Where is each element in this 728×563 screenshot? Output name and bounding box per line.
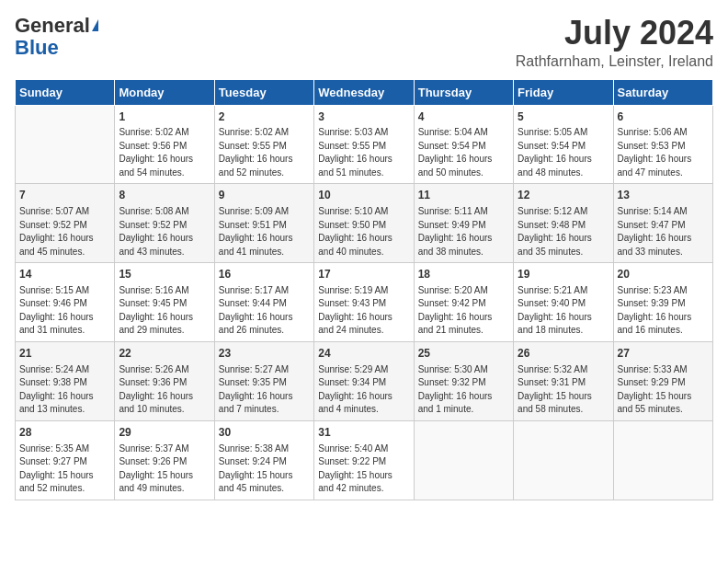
day-number: 18 xyxy=(418,267,509,282)
header-day-monday: Monday xyxy=(115,79,214,105)
calendar-cell: 3Sunrise: 5:03 AMSunset: 9:55 PMDaylight… xyxy=(314,105,414,184)
calendar-cell: 23Sunrise: 5:27 AMSunset: 9:35 PMDayligh… xyxy=(214,341,313,420)
day-number: 22 xyxy=(119,346,210,362)
calendar-cell: 25Sunrise: 5:30 AMSunset: 9:32 PMDayligh… xyxy=(414,341,513,420)
cell-content: Sunrise: 5:23 AMSunset: 9:39 PMDaylight:… xyxy=(618,284,709,338)
day-number: 9 xyxy=(219,188,310,203)
cell-content: Sunrise: 5:15 AMSunset: 9:46 PMDaylight:… xyxy=(19,284,110,338)
header-day-saturday: Saturday xyxy=(613,79,712,105)
cell-content: Sunrise: 5:02 AMSunset: 9:55 PMDaylight:… xyxy=(219,126,310,179)
cell-content: Sunrise: 5:10 AMSunset: 9:50 PMDaylight:… xyxy=(318,205,409,259)
cell-content: Sunrise: 5:24 AMSunset: 9:38 PMDaylight:… xyxy=(19,363,110,417)
day-number: 24 xyxy=(318,346,409,362)
header-row: SundayMondayTuesdayWednesdayThursdayFrid… xyxy=(16,79,713,105)
calendar-cell: 10Sunrise: 5:10 AMSunset: 9:50 PMDayligh… xyxy=(314,184,414,263)
day-number: 5 xyxy=(518,109,609,125)
calendar-cell: 27Sunrise: 5:33 AMSunset: 9:29 PMDayligh… xyxy=(613,341,712,420)
day-number: 4 xyxy=(418,109,509,125)
calendar-cell: 11Sunrise: 5:11 AMSunset: 9:49 PMDayligh… xyxy=(414,184,513,263)
cell-content: Sunrise: 5:30 AMSunset: 9:32 PMDaylight:… xyxy=(418,363,509,417)
calendar-cell: 13Sunrise: 5:14 AMSunset: 9:47 PMDayligh… xyxy=(613,184,712,263)
day-number: 1 xyxy=(119,109,210,125)
cell-content: Sunrise: 5:17 AMSunset: 9:44 PMDaylight:… xyxy=(219,284,310,338)
cell-content: Sunrise: 5:35 AMSunset: 9:27 PMDaylight:… xyxy=(19,442,110,496)
calendar-cell: 26Sunrise: 5:32 AMSunset: 9:31 PMDayligh… xyxy=(514,341,613,420)
cell-content: Sunrise: 5:03 AMSunset: 9:55 PMDaylight:… xyxy=(318,126,409,179)
day-number: 29 xyxy=(119,425,210,441)
calendar-cell: 5Sunrise: 5:05 AMSunset: 9:54 PMDaylight… xyxy=(514,105,613,184)
calendar-cell: 17Sunrise: 5:19 AMSunset: 9:43 PMDayligh… xyxy=(314,263,414,342)
day-number: 26 xyxy=(518,346,609,362)
header-day-tuesday: Tuesday xyxy=(214,79,313,105)
day-number: 11 xyxy=(418,188,509,203)
day-number: 21 xyxy=(19,346,110,362)
cell-content: Sunrise: 5:14 AMSunset: 9:47 PMDaylight:… xyxy=(618,205,709,259)
calendar-cell: 12Sunrise: 5:12 AMSunset: 9:48 PMDayligh… xyxy=(514,184,613,263)
day-number: 31 xyxy=(318,425,409,441)
calendar-cell: 20Sunrise: 5:23 AMSunset: 9:39 PMDayligh… xyxy=(613,263,712,342)
cell-content: Sunrise: 5:19 AMSunset: 9:43 PMDaylight:… xyxy=(318,284,409,338)
calendar-cell: 31Sunrise: 5:40 AMSunset: 9:22 PMDayligh… xyxy=(314,420,414,500)
calendar-cell: 4Sunrise: 5:04 AMSunset: 9:54 PMDaylight… xyxy=(414,105,513,184)
logo-blue: Blue xyxy=(15,37,59,59)
header-day-sunday: Sunday xyxy=(16,79,115,105)
day-number: 28 xyxy=(19,425,110,441)
location-title: Rathfarnham, Leinster, Ireland xyxy=(516,53,713,70)
cell-content: Sunrise: 5:27 AMSunset: 9:35 PMDaylight:… xyxy=(219,363,310,417)
calendar-cell: 16Sunrise: 5:17 AMSunset: 9:44 PMDayligh… xyxy=(214,263,313,342)
calendar-cell: 18Sunrise: 5:20 AMSunset: 9:42 PMDayligh… xyxy=(414,263,513,342)
calendar-cell: 14Sunrise: 5:15 AMSunset: 9:46 PMDayligh… xyxy=(16,263,115,342)
header-day-thursday: Thursday xyxy=(414,79,513,105)
header-day-wednesday: Wednesday xyxy=(314,79,414,105)
calendar-cell: 19Sunrise: 5:21 AMSunset: 9:40 PMDayligh… xyxy=(514,263,613,342)
day-number: 19 xyxy=(518,267,609,282)
calendar-cell: 15Sunrise: 5:16 AMSunset: 9:45 PMDayligh… xyxy=(115,263,214,342)
calendar-cell xyxy=(514,420,613,500)
day-number: 12 xyxy=(518,188,609,203)
cell-content: Sunrise: 5:16 AMSunset: 9:45 PMDaylight:… xyxy=(119,284,210,338)
cell-content: Sunrise: 5:26 AMSunset: 9:36 PMDaylight:… xyxy=(119,363,210,417)
week-row-5: 28Sunrise: 5:35 AMSunset: 9:27 PMDayligh… xyxy=(16,420,713,500)
calendar-cell: 2Sunrise: 5:02 AMSunset: 9:55 PMDaylight… xyxy=(214,105,313,184)
calendar-cell: 6Sunrise: 5:06 AMSunset: 9:53 PMDaylight… xyxy=(613,105,712,184)
day-number: 13 xyxy=(618,188,709,203)
cell-content: Sunrise: 5:37 AMSunset: 9:26 PMDaylight:… xyxy=(119,442,210,496)
day-number: 25 xyxy=(418,346,509,362)
day-number: 8 xyxy=(119,188,210,203)
day-number: 2 xyxy=(219,109,310,125)
day-number: 3 xyxy=(318,109,409,125)
day-number: 17 xyxy=(318,267,409,282)
cell-content: Sunrise: 5:40 AMSunset: 9:22 PMDaylight:… xyxy=(318,442,409,496)
day-number: 6 xyxy=(618,109,709,125)
day-number: 27 xyxy=(618,346,709,362)
day-number: 23 xyxy=(219,346,310,362)
day-number: 20 xyxy=(618,267,709,282)
day-number: 7 xyxy=(19,188,110,203)
calendar-cell xyxy=(16,105,115,184)
cell-content: Sunrise: 5:29 AMSunset: 9:34 PMDaylight:… xyxy=(318,363,409,417)
day-number: 16 xyxy=(219,267,310,282)
page-header: General Blue July 2024 Rathfarnham, Lein… xyxy=(15,15,713,70)
cell-content: Sunrise: 5:07 AMSunset: 9:52 PMDaylight:… xyxy=(19,205,110,259)
week-row-1: 1Sunrise: 5:02 AMSunset: 9:56 PMDaylight… xyxy=(16,105,713,184)
week-row-4: 21Sunrise: 5:24 AMSunset: 9:38 PMDayligh… xyxy=(16,341,713,420)
day-number: 10 xyxy=(318,188,409,203)
day-number: 14 xyxy=(19,267,110,282)
day-number: 15 xyxy=(119,267,210,282)
cell-content: Sunrise: 5:12 AMSunset: 9:48 PMDaylight:… xyxy=(518,205,609,259)
calendar-table: SundayMondayTuesdayWednesdayThursdayFrid… xyxy=(15,79,713,500)
cell-content: Sunrise: 5:06 AMSunset: 9:53 PMDaylight:… xyxy=(618,126,709,179)
week-row-3: 14Sunrise: 5:15 AMSunset: 9:46 PMDayligh… xyxy=(16,263,713,342)
calendar-cell: 29Sunrise: 5:37 AMSunset: 9:26 PMDayligh… xyxy=(115,420,214,500)
calendar-cell: 22Sunrise: 5:26 AMSunset: 9:36 PMDayligh… xyxy=(115,341,214,420)
calendar-cell: 21Sunrise: 5:24 AMSunset: 9:38 PMDayligh… xyxy=(16,341,115,420)
cell-content: Sunrise: 5:11 AMSunset: 9:49 PMDaylight:… xyxy=(418,205,509,259)
cell-content: Sunrise: 5:04 AMSunset: 9:54 PMDaylight:… xyxy=(418,126,509,179)
cell-content: Sunrise: 5:20 AMSunset: 9:42 PMDaylight:… xyxy=(418,284,509,338)
calendar-cell: 7Sunrise: 5:07 AMSunset: 9:52 PMDaylight… xyxy=(16,184,115,263)
calendar-cell: 1Sunrise: 5:02 AMSunset: 9:56 PMDaylight… xyxy=(115,105,214,184)
calendar-cell: 8Sunrise: 5:08 AMSunset: 9:52 PMDaylight… xyxy=(115,184,214,263)
cell-content: Sunrise: 5:21 AMSunset: 9:40 PMDaylight:… xyxy=(518,284,609,338)
calendar-cell xyxy=(613,420,712,500)
logo-general: General xyxy=(15,15,98,37)
